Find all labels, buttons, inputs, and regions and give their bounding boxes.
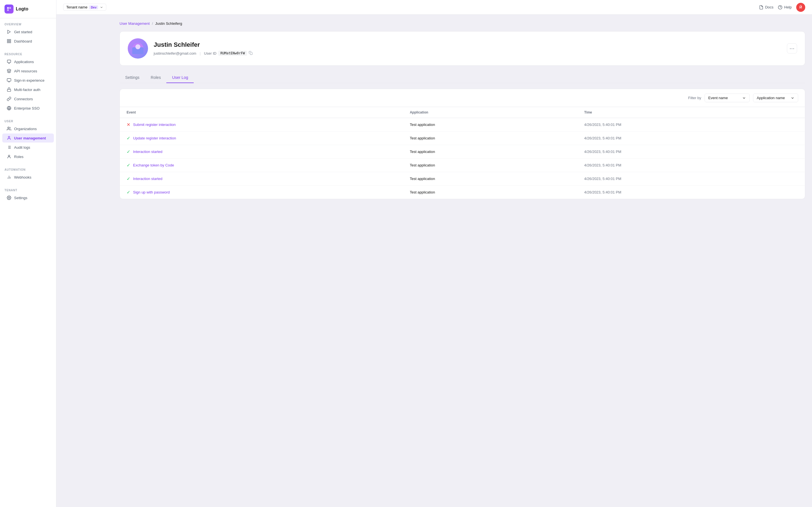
sidebar-item-connectors[interactable]: Connectors — [2, 94, 54, 103]
sidebar-item-label: User management — [14, 136, 46, 140]
sidebar-item-get-started[interactable]: Get started — [2, 27, 54, 36]
sidebar-item-audit-logs[interactable]: Audit logs — [2, 143, 54, 152]
table-row: ✓ Interaction started Test application 4… — [120, 172, 805, 186]
application-cell: Test application — [403, 186, 577, 199]
success-icon: ✓ — [126, 189, 130, 195]
sidebar-resource-section: RESOURCE Applications API resources Sign… — [0, 48, 56, 115]
col-time: Time — [577, 107, 805, 118]
application-cell: Test application — [403, 172, 577, 186]
logto-logo-text: Logto — [16, 6, 28, 11]
svg-rect-8 — [7, 60, 11, 62]
sidebar-item-user-management[interactable]: User management — [2, 133, 54, 143]
event-cell: ✓ Update register interaction — [120, 131, 403, 145]
sidebar-item-label: Settings — [14, 196, 28, 200]
organizations-icon — [7, 126, 11, 131]
user-avatar-image — [132, 43, 144, 54]
svg-rect-11 — [7, 78, 11, 81]
app-name-filter[interactable]: Application name — [753, 94, 798, 102]
chevron-down-icon — [791, 96, 795, 100]
connectors-icon — [7, 97, 11, 101]
table-header-row: Event Application Time — [120, 107, 805, 118]
overview-section-label: OVERVIEW — [0, 20, 56, 27]
user-info: Justin Schleifer justinschleifer@gmail.c… — [154, 41, 253, 56]
time-cell: 4/26/2023, 5:40:01 PM — [577, 118, 805, 131]
settings-icon — [7, 195, 11, 200]
copy-user-id-button[interactable] — [249, 51, 253, 56]
user-section-label: USER — [0, 117, 56, 124]
user-name: Justin Schleifer — [154, 41, 253, 48]
sidebar: Logto OVERVIEW Get started Dashboard RES… — [0, 0, 56, 507]
svg-rect-4 — [7, 40, 9, 41]
event-link[interactable]: Interaction started — [133, 150, 162, 154]
event-link[interactable]: Submit register interaction — [133, 122, 175, 127]
success-icon: ✓ — [126, 135, 130, 141]
user-id-label: User ID — [204, 51, 216, 55]
docs-button[interactable]: Docs — [759, 5, 774, 10]
application-cell: Test application — [403, 145, 577, 159]
svg-point-18 — [8, 136, 10, 138]
log-table: Event Application Time ✕ Submit register… — [120, 107, 805, 199]
tab-roles[interactable]: Roles — [145, 72, 167, 83]
svg-point-26 — [8, 197, 10, 198]
sidebar-tenant-section: TENANT Settings — [0, 184, 56, 205]
tab-user-log[interactable]: User Log — [166, 72, 194, 83]
sidebar-item-roles[interactable]: Roles — [2, 152, 54, 161]
svg-rect-1 — [9, 7, 11, 9]
table-row: ✓ Update register interaction Test appli… — [120, 131, 805, 145]
breadcrumb-current: Justin Schleiferg — [155, 21, 182, 25]
sidebar-item-api-resources[interactable]: API resources — [2, 66, 54, 75]
event-name-filter[interactable]: Event name — [705, 94, 750, 102]
user-card: Justin Schleifer justinschleifer@gmail.c… — [119, 31, 805, 66]
sidebar-item-enterprise-sso[interactable]: Enterprise SSO — [2, 104, 54, 113]
event-link[interactable]: Sign up with password — [133, 190, 170, 194]
sidebar-item-label: API resources — [14, 69, 37, 73]
svg-rect-6 — [9, 41, 11, 43]
user-tabs: Settings Roles User Log — [119, 72, 805, 83]
application-cell: Test application — [403, 118, 577, 131]
sidebar-item-label: Dashboard — [14, 39, 32, 43]
logto-logo-icon — [4, 4, 13, 13]
sidebar-item-organizations[interactable]: Organizations — [2, 124, 54, 133]
help-button[interactable]: Help — [778, 5, 792, 10]
main-content: User Management / Justin Schleiferg Just… — [113, 15, 812, 507]
sidebar-item-webhooks[interactable]: Webhooks — [2, 173, 54, 182]
sidebar-item-multi-factor-auth[interactable]: Multi-factor auth — [2, 85, 54, 94]
success-icon: ✓ — [126, 163, 130, 168]
col-application: Application — [403, 107, 577, 118]
sidebar-item-label: Connectors — [14, 97, 33, 101]
table-row: ✕ Submit register interaction Test appli… — [120, 118, 805, 131]
sidebar-overview-section: OVERVIEW Get started Dashboard — [0, 18, 56, 48]
event-link[interactable]: Interaction started — [133, 177, 162, 181]
get-started-icon — [7, 30, 11, 34]
topbar-left: Tenant name Dev — [63, 4, 106, 11]
sidebar-item-settings[interactable]: Settings — [2, 193, 54, 202]
sidebar-item-sign-in-experience[interactable]: Sign-in experience — [2, 76, 54, 85]
svg-rect-0 — [7, 7, 9, 9]
svg-point-31 — [135, 44, 140, 49]
sidebar-item-label: Organizations — [14, 127, 37, 131]
automation-section-label: AUTOMATION — [0, 166, 56, 172]
event-cell: ✓ Interaction started — [120, 172, 403, 186]
sidebar-item-dashboard[interactable]: Dashboard — [2, 37, 54, 46]
event-link[interactable]: Update register interaction — [133, 136, 176, 140]
svg-point-17 — [8, 127, 9, 128]
tenant-selector[interactable]: Tenant name Dev — [63, 4, 106, 11]
sidebar-item-label: Webhooks — [14, 175, 31, 179]
application-cell: Test application — [403, 159, 577, 172]
user-email: justinschleifer@gmail.com — [154, 51, 196, 55]
user-avatar — [128, 38, 148, 59]
more-options-button[interactable]: ⋯ — [787, 43, 797, 54]
event-cell: ✓ Interaction started — [120, 145, 403, 159]
log-area: Filter by Event name Application name Ev… — [119, 89, 805, 199]
tab-settings[interactable]: Settings — [119, 72, 145, 83]
col-event: Event — [120, 107, 403, 118]
user-management-icon — [7, 136, 11, 140]
dashboard-icon — [7, 39, 11, 43]
user-avatar-button[interactable]: Й — [796, 3, 805, 12]
event-link[interactable]: Exchange token by Code — [133, 163, 174, 167]
sidebar-item-applications[interactable]: Applications — [2, 57, 54, 66]
webhooks-icon — [7, 175, 11, 179]
breadcrumb: User Management / Justin Schleiferg — [119, 21, 805, 25]
breadcrumb-parent-link[interactable]: User Management — [119, 21, 150, 25]
filter-bar: Filter by Event name Application name — [120, 89, 805, 107]
